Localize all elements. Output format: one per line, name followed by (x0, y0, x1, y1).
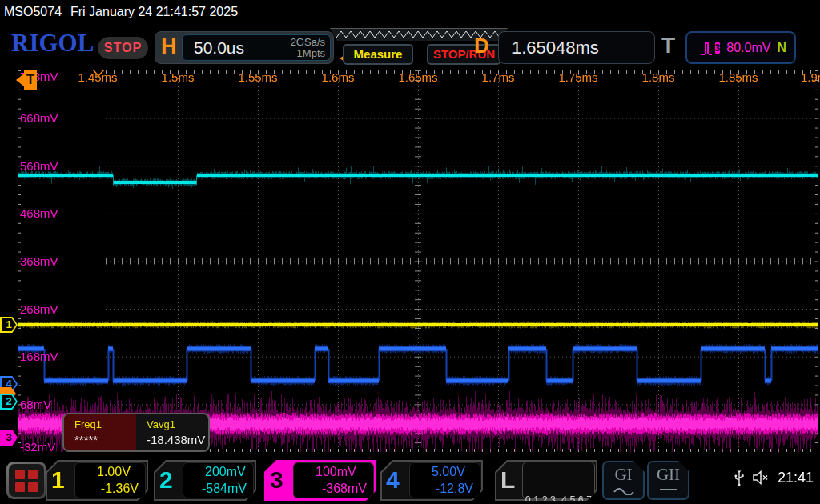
ch4-offset: -12.8V (436, 482, 473, 496)
volt-tick: 568mV (20, 159, 58, 173)
model-name: MSO5074 (4, 5, 62, 19)
time-tick: 1.85ms (718, 70, 758, 84)
stop-run-button[interactable]: STOP/RUN (427, 44, 501, 65)
sine-icon (613, 486, 635, 495)
volt-tick: 668mV (20, 111, 58, 125)
sample-rate: 2GSa/s (291, 37, 325, 48)
trigger-level-value: 80.0mV (726, 41, 770, 55)
d-label: D (474, 34, 489, 58)
memory-depth: 1Mpts (291, 48, 325, 59)
measurement-popup[interactable]: Freq1 ***** Vavg1 -18.438mV (62, 413, 210, 452)
time-tick: 1.75ms (558, 70, 597, 84)
clock: 21:41 (778, 470, 814, 486)
la-label: L (500, 466, 515, 494)
measurement-vavg1[interactable]: Vavg1 -18.438mV (136, 414, 208, 450)
line-icon (657, 486, 680, 495)
samplerate-memdepth: 2GSa/s 1Mpts (291, 37, 325, 59)
waveform-graticule[interactable]: 1.45ms 1.5ms 1.55ms 1.6ms 1.65ms 1.7ms 1… (18, 70, 818, 452)
delay-display: 1.65048ms (498, 31, 655, 64)
freq1-label: Freq1 (74, 418, 136, 430)
channel-tab-2[interactable]: 2 200mV -584mV (154, 460, 256, 501)
volt-tick: 368mV (20, 254, 58, 268)
delay-value: 1.65048ms (512, 38, 599, 58)
logic-analyzer-tab[interactable]: L 0 1 2 3 4 5 6 7 8 9 1011 12131415 (495, 460, 597, 501)
channel-tab-3-selected[interactable]: 3 100mV -368mV (264, 460, 376, 501)
measurement-freq1[interactable]: Freq1 ***** (64, 414, 136, 450)
freq1-value: ***** (74, 433, 136, 446)
channel-tab-4[interactable]: 4 5.00V -12.8V (380, 460, 483, 501)
trigger-t-icon: T (24, 70, 37, 90)
trigger-level-marker[interactable]: T (18, 70, 37, 90)
ch3-scale: 100mV (316, 465, 356, 479)
digital-channels-list: 0 1 2 3 4 5 6 7 8 9 1011 12131415 (522, 462, 595, 499)
time-tick: 1.55ms (238, 70, 277, 84)
t-label: T (661, 33, 675, 58)
time-tick: 1.8ms (642, 70, 675, 84)
ch3-position-marker[interactable]: 3 (0, 430, 18, 446)
menu-grid-icon (9, 464, 44, 497)
date-time: Fri January 24 21:41:57 2025 (70, 5, 238, 19)
time-tick: 1.65ms (398, 70, 437, 84)
time-tick: 1.6ms (322, 70, 355, 84)
volt-tick: 168mV (20, 350, 58, 363)
volt-tick: -32mV (20, 440, 55, 454)
timebase-display: 50.0us 2GSa/s 1Mpts (182, 34, 331, 61)
ch1-scale: 1.00V (97, 465, 131, 479)
ch1-offset: -1.36V (101, 482, 139, 496)
horizontal-timebase-block[interactable]: H 50.0us 2GSa/s 1Mpts (155, 31, 334, 64)
rigol-logo: RIGOL (11, 29, 94, 58)
ch2-scale: 200mV (205, 465, 246, 479)
ch3-offset: -368mV (322, 482, 367, 496)
waveform-canvas (18, 70, 818, 452)
h-label: H (161, 34, 177, 59)
speaker-muted-icon[interactable] (752, 470, 770, 485)
ch1-position-marker[interactable]: 1 (0, 317, 18, 333)
vavg1-label: Vavg1 (147, 418, 208, 430)
channel-status-bar: 1 1.00V -1.36V 2 200mV -584mV 3 100mV -3… (0, 458, 820, 504)
time-tick: 1.7ms (482, 70, 515, 84)
source2-gii-button[interactable]: GII (647, 461, 689, 500)
header-bar: RIGOL STOP H 50.0us 2GSa/s 1Mpts Measure… (0, 24, 820, 70)
ch2-position-marker[interactable]: 2 (0, 394, 18, 410)
status-icons: 21:41 (734, 469, 814, 486)
measure-button[interactable]: Measure (343, 44, 413, 65)
volt-tick: 468mV (20, 206, 58, 220)
menu-button[interactable] (6, 462, 46, 499)
volt-tick: 68mV (20, 398, 51, 411)
vavg1-value: -18.438mV (147, 433, 208, 446)
trigger-pulse-icon (705, 42, 709, 54)
usb-icon (734, 469, 744, 486)
titlebar: MSO5074 Fri January 24 21:41:57 2025 (0, 0, 820, 24)
time-tick: 1.9ms (801, 70, 820, 84)
time-tick: 1.5ms (162, 70, 195, 84)
volt-tick: 268mV (20, 302, 58, 316)
trigger-arrow-icon (16, 74, 24, 86)
oscilloscope-screen: MSO5074 Fri January 24 21:41:57 2025 RIG… (0, 0, 820, 504)
trigger-source-badge: 3 (715, 42, 721, 54)
trigger-position-icon[interactable] (92, 70, 105, 77)
ch4-scale: 5.00V (432, 465, 465, 479)
channel-tab-1[interactable]: 1 1.00V -1.36V (46, 460, 148, 501)
ch2-offset: -584mV (202, 482, 247, 496)
trigger-sweep-mode: N (777, 41, 786, 55)
timebase-value: 50.0us (194, 38, 244, 58)
source1-gi-button[interactable]: GI (602, 461, 645, 500)
run-state-button[interactable]: STOP (98, 37, 148, 59)
trigger-display: 3 80.0mV N (685, 31, 796, 64)
